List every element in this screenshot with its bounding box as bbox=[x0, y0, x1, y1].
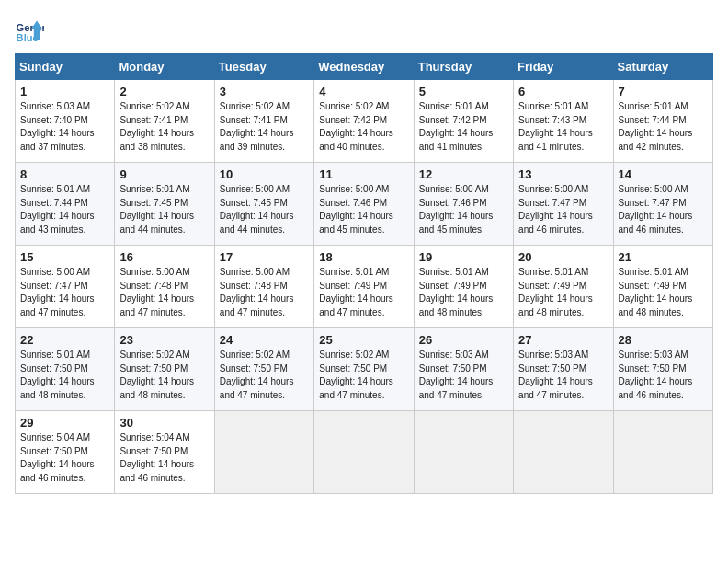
calendar-cell: 21Sunrise: 5:01 AM Sunset: 7:49 PM Dayli… bbox=[613, 246, 712, 328]
day-info: Sunrise: 5:02 AM Sunset: 7:50 PM Dayligh… bbox=[119, 349, 209, 402]
calendar-cell: 17Sunrise: 5:00 AM Sunset: 7:48 PM Dayli… bbox=[214, 246, 313, 328]
calendar-cell: 14Sunrise: 5:00 AM Sunset: 7:47 PM Dayli… bbox=[613, 163, 712, 246]
calendar-cell: 20Sunrise: 5:01 AM Sunset: 7:49 PM Dayli… bbox=[514, 246, 613, 328]
day-info: Sunrise: 5:01 AM Sunset: 7:49 PM Dayligh… bbox=[619, 266, 708, 319]
day-info: Sunrise: 5:04 AM Sunset: 7:50 PM Dayligh… bbox=[20, 431, 109, 485]
calendar-table: SundayMondayTuesdayWednesdayThursdayFrid… bbox=[15, 53, 713, 494]
calendar-cell bbox=[214, 411, 313, 494]
calendar-cell bbox=[414, 411, 513, 494]
calendar-cell: 26Sunrise: 5:03 AM Sunset: 7:50 PM Dayli… bbox=[414, 328, 513, 411]
calendar-cell: 3Sunrise: 5:02 AM Sunset: 7:41 PM Daylig… bbox=[214, 80, 313, 163]
day-info: Sunrise: 5:00 AM Sunset: 7:45 PM Dayligh… bbox=[220, 183, 309, 236]
calendar-cell: 12Sunrise: 5:00 AM Sunset: 7:46 PM Dayli… bbox=[414, 163, 513, 246]
calendar-cell: 10Sunrise: 5:00 AM Sunset: 7:45 PM Dayli… bbox=[214, 163, 313, 246]
calendar-cell: 4Sunrise: 5:02 AM Sunset: 7:42 PM Daylig… bbox=[314, 80, 414, 163]
day-number: 29 bbox=[20, 416, 109, 430]
day-number: 2 bbox=[119, 85, 209, 98]
day-number: 15 bbox=[20, 250, 109, 264]
logo: General Blue bbox=[15, 15, 48, 44]
day-info: Sunrise: 5:00 AM Sunset: 7:46 PM Dayligh… bbox=[319, 183, 408, 236]
calendar-cell: 6Sunrise: 5:01 AM Sunset: 7:43 PM Daylig… bbox=[514, 80, 613, 163]
day-number: 22 bbox=[20, 333, 109, 347]
page-header: General Blue bbox=[15, 15, 713, 44]
day-number: 28 bbox=[619, 333, 708, 347]
logo-icon: General Blue bbox=[15, 15, 44, 44]
calendar-cell: 29Sunrise: 5:04 AM Sunset: 7:50 PM Dayli… bbox=[16, 411, 115, 494]
day-info: Sunrise: 5:02 AM Sunset: 7:41 PM Dayligh… bbox=[119, 100, 209, 154]
calendar-cell: 2Sunrise: 5:02 AM Sunset: 7:41 PM Daylig… bbox=[115, 80, 214, 163]
weekday-header: Friday bbox=[514, 54, 613, 80]
day-number: 1 bbox=[20, 85, 109, 98]
day-info: Sunrise: 5:01 AM Sunset: 7:45 PM Dayligh… bbox=[119, 183, 209, 236]
day-number: 3 bbox=[220, 85, 309, 98]
calendar-cell: 8Sunrise: 5:01 AM Sunset: 7:44 PM Daylig… bbox=[16, 163, 115, 246]
day-number: 13 bbox=[518, 167, 608, 181]
calendar-cell: 24Sunrise: 5:02 AM Sunset: 7:50 PM Dayli… bbox=[214, 328, 313, 411]
calendar-week-row: 8Sunrise: 5:01 AM Sunset: 7:44 PM Daylig… bbox=[16, 163, 713, 246]
day-number: 27 bbox=[518, 333, 608, 347]
day-number: 21 bbox=[619, 250, 708, 264]
calendar-cell: 1Sunrise: 5:03 AM Sunset: 7:40 PM Daylig… bbox=[16, 80, 115, 163]
calendar-cell: 16Sunrise: 5:00 AM Sunset: 7:48 PM Dayli… bbox=[115, 246, 214, 328]
day-number: 5 bbox=[419, 85, 508, 98]
calendar-cell: 25Sunrise: 5:02 AM Sunset: 7:50 PM Dayli… bbox=[314, 328, 414, 411]
day-number: 6 bbox=[518, 85, 608, 98]
weekday-header: Wednesday bbox=[314, 54, 414, 80]
calendar-cell: 5Sunrise: 5:01 AM Sunset: 7:42 PM Daylig… bbox=[414, 80, 513, 163]
calendar-week-row: 15Sunrise: 5:00 AM Sunset: 7:47 PM Dayli… bbox=[16, 246, 713, 328]
day-info: Sunrise: 5:01 AM Sunset: 7:50 PM Dayligh… bbox=[20, 349, 109, 402]
calendar-cell bbox=[514, 411, 613, 494]
day-number: 16 bbox=[119, 250, 209, 264]
weekday-header: Saturday bbox=[613, 54, 712, 80]
calendar-cell: 27Sunrise: 5:03 AM Sunset: 7:50 PM Dayli… bbox=[514, 328, 613, 411]
day-number: 11 bbox=[319, 167, 408, 181]
day-number: 23 bbox=[119, 333, 209, 347]
day-info: Sunrise: 5:02 AM Sunset: 7:50 PM Dayligh… bbox=[319, 349, 408, 402]
day-number: 30 bbox=[119, 416, 209, 430]
weekday-header: Sunday bbox=[16, 54, 115, 80]
calendar-header-row: SundayMondayTuesdayWednesdayThursdayFrid… bbox=[16, 54, 713, 80]
calendar-cell: 23Sunrise: 5:02 AM Sunset: 7:50 PM Dayli… bbox=[115, 328, 214, 411]
day-number: 9 bbox=[119, 167, 209, 181]
calendar-cell: 22Sunrise: 5:01 AM Sunset: 7:50 PM Dayli… bbox=[16, 328, 115, 411]
calendar-cell: 18Sunrise: 5:01 AM Sunset: 7:49 PM Dayli… bbox=[314, 246, 414, 328]
day-info: Sunrise: 5:04 AM Sunset: 7:50 PM Dayligh… bbox=[119, 431, 209, 485]
day-info: Sunrise: 5:01 AM Sunset: 7:49 PM Dayligh… bbox=[518, 266, 608, 319]
day-info: Sunrise: 5:00 AM Sunset: 7:47 PM Dayligh… bbox=[619, 183, 708, 236]
day-number: 19 bbox=[419, 250, 508, 264]
day-info: Sunrise: 5:01 AM Sunset: 7:44 PM Dayligh… bbox=[20, 183, 109, 236]
weekday-header: Thursday bbox=[414, 54, 513, 80]
day-number: 12 bbox=[419, 167, 508, 181]
day-number: 20 bbox=[518, 250, 608, 264]
calendar-cell bbox=[613, 411, 712, 494]
day-info: Sunrise: 5:00 AM Sunset: 7:48 PM Dayligh… bbox=[119, 266, 209, 319]
day-number: 7 bbox=[619, 85, 708, 98]
calendar-cell: 30Sunrise: 5:04 AM Sunset: 7:50 PM Dayli… bbox=[115, 411, 214, 494]
day-info: Sunrise: 5:00 AM Sunset: 7:47 PM Dayligh… bbox=[518, 183, 608, 236]
day-number: 4 bbox=[319, 85, 408, 98]
calendar-cell: 28Sunrise: 5:03 AM Sunset: 7:50 PM Dayli… bbox=[613, 328, 712, 411]
day-info: Sunrise: 5:03 AM Sunset: 7:40 PM Dayligh… bbox=[20, 100, 109, 154]
day-info: Sunrise: 5:00 AM Sunset: 7:46 PM Dayligh… bbox=[419, 183, 508, 236]
calendar-cell: 7Sunrise: 5:01 AM Sunset: 7:44 PM Daylig… bbox=[613, 80, 712, 163]
day-info: Sunrise: 5:02 AM Sunset: 7:42 PM Dayligh… bbox=[319, 100, 408, 154]
day-number: 25 bbox=[319, 333, 408, 347]
day-number: 8 bbox=[20, 167, 109, 181]
calendar-week-row: 29Sunrise: 5:04 AM Sunset: 7:50 PM Dayli… bbox=[16, 411, 713, 494]
day-info: Sunrise: 5:00 AM Sunset: 7:47 PM Dayligh… bbox=[20, 266, 109, 319]
day-number: 18 bbox=[319, 250, 408, 264]
weekday-header: Tuesday bbox=[214, 54, 313, 80]
day-info: Sunrise: 5:03 AM Sunset: 7:50 PM Dayligh… bbox=[419, 349, 508, 402]
calendar-cell bbox=[314, 411, 414, 494]
calendar-cell: 9Sunrise: 5:01 AM Sunset: 7:45 PM Daylig… bbox=[115, 163, 214, 246]
weekday-header: Monday bbox=[115, 54, 214, 80]
day-info: Sunrise: 5:01 AM Sunset: 7:42 PM Dayligh… bbox=[419, 100, 508, 154]
day-info: Sunrise: 5:02 AM Sunset: 7:41 PM Dayligh… bbox=[220, 100, 309, 154]
day-info: Sunrise: 5:02 AM Sunset: 7:50 PM Dayligh… bbox=[220, 349, 309, 402]
calendar-cell: 15Sunrise: 5:00 AM Sunset: 7:47 PM Dayli… bbox=[16, 246, 115, 328]
day-info: Sunrise: 5:01 AM Sunset: 7:44 PM Dayligh… bbox=[619, 100, 708, 154]
day-number: 24 bbox=[220, 333, 309, 347]
day-info: Sunrise: 5:01 AM Sunset: 7:49 PM Dayligh… bbox=[319, 266, 408, 319]
day-info: Sunrise: 5:01 AM Sunset: 7:43 PM Dayligh… bbox=[518, 100, 608, 154]
day-info: Sunrise: 5:00 AM Sunset: 7:48 PM Dayligh… bbox=[220, 266, 309, 319]
